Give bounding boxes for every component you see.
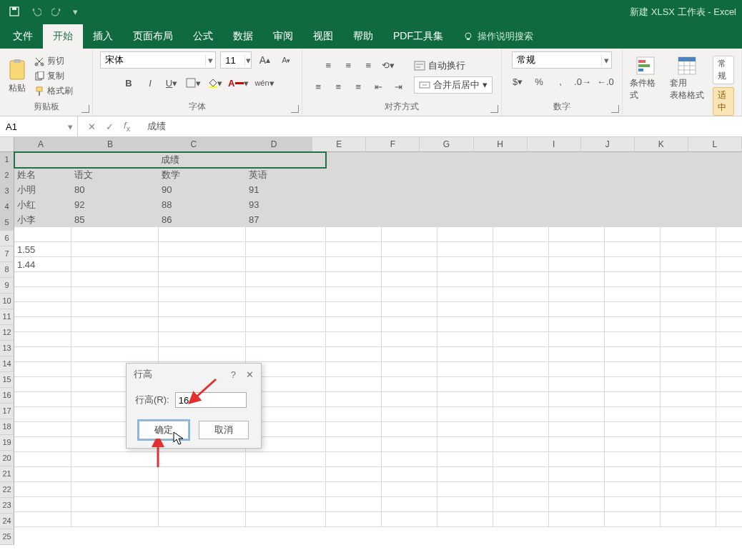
cell[interactable] — [549, 302, 605, 317]
cell[interactable] — [71, 257, 159, 272]
cell[interactable] — [661, 242, 716, 257]
cell[interactable] — [549, 512, 605, 527]
cell[interactable] — [493, 287, 549, 302]
row-header[interactable]: 3 — [0, 184, 14, 199]
cell[interactable] — [493, 167, 549, 182]
cell[interactable] — [246, 302, 326, 317]
cell[interactable] — [437, 452, 493, 467]
cell[interactable] — [661, 182, 716, 197]
cell[interactable] — [661, 482, 716, 497]
cell[interactable] — [326, 377, 382, 392]
cell[interactable] — [716, 257, 742, 272]
col-header-G[interactable]: G — [420, 137, 473, 152]
font-launcher[interactable] — [291, 105, 299, 113]
cell[interactable] — [549, 182, 605, 197]
cell[interactable] — [493, 482, 549, 497]
cell[interactable] — [382, 452, 437, 467]
clipboard-launcher[interactable] — [81, 105, 89, 113]
tell-me[interactable]: 操作说明搜索 — [453, 24, 543, 49]
cell[interactable] — [549, 212, 605, 227]
col-header-I[interactable]: I — [528, 137, 581, 152]
col-header-F[interactable]: F — [366, 137, 420, 152]
cell[interactable] — [437, 422, 493, 437]
cell[interactable]: 1.55 — [14, 242, 71, 257]
cell[interactable] — [437, 167, 493, 182]
cell[interactable] — [382, 272, 437, 287]
wrap-text-button[interactable]: 自动换行 — [414, 59, 493, 72]
font-color-button[interactable]: A▾ — [227, 74, 249, 91]
cell[interactable] — [382, 422, 437, 437]
indent-decrease-icon[interactable]: ⇤ — [370, 79, 387, 96]
close-icon[interactable]: ✕ — [246, 369, 254, 380]
cell[interactable] — [382, 317, 437, 332]
cell[interactable] — [326, 257, 382, 272]
cell[interactable] — [605, 197, 661, 212]
cell[interactable] — [246, 452, 326, 467]
cell[interactable] — [246, 512, 326, 527]
cell[interactable] — [493, 347, 549, 362]
cell[interactable] — [716, 392, 742, 407]
cell[interactable] — [159, 242, 246, 257]
row-header[interactable]: 2 — [0, 168, 14, 184]
chevron-down-icon[interactable]: ▾ — [244, 55, 251, 66]
cell[interactable] — [326, 407, 382, 422]
col-header-K[interactable]: K — [635, 137, 688, 152]
cell[interactable] — [382, 482, 437, 497]
cell[interactable] — [382, 497, 437, 512]
row-header[interactable]: 23 — [0, 498, 14, 514]
redo-icon[interactable] — [51, 6, 63, 17]
cell[interactable] — [382, 242, 437, 257]
cell[interactable] — [382, 257, 437, 272]
row-header[interactable]: 19 — [0, 435, 14, 451]
row-header[interactable]: 14 — [0, 356, 14, 372]
cell[interactable] — [14, 302, 71, 317]
cell[interactable] — [661, 152, 716, 167]
fill-color-button[interactable]: ▾ — [206, 74, 223, 91]
cell[interactable] — [382, 347, 437, 362]
cell[interactable] — [159, 317, 246, 332]
cell[interactable] — [661, 512, 716, 527]
tab-view[interactable]: 视图 — [303, 24, 343, 49]
row-header[interactable]: 15 — [0, 372, 14, 388]
cell[interactable] — [437, 212, 493, 227]
cell[interactable] — [382, 377, 437, 392]
cell[interactable] — [382, 437, 437, 452]
row-header[interactable]: 13 — [0, 341, 14, 356]
cell[interactable] — [493, 197, 549, 212]
cell[interactable]: 80 — [71, 182, 159, 197]
border-button[interactable]: ▾ — [184, 74, 202, 91]
cell[interactable] — [549, 227, 605, 242]
cell[interactable] — [661, 422, 716, 437]
tab-insert[interactable]: 插入 — [83, 24, 123, 49]
cell[interactable] — [661, 407, 716, 422]
cell[interactable] — [246, 497, 326, 512]
cell[interactable] — [14, 362, 71, 377]
cell[interactable] — [493, 332, 549, 347]
cell[interactable] — [605, 212, 661, 227]
cell[interactable] — [605, 347, 661, 362]
fx-icon[interactable]: fx — [124, 120, 130, 133]
cell[interactable] — [71, 242, 159, 257]
cell[interactable] — [159, 302, 246, 317]
comma-icon[interactable]: , — [552, 73, 569, 90]
cell[interactable] — [246, 482, 326, 497]
cell[interactable] — [493, 272, 549, 287]
cell[interactable] — [326, 197, 382, 212]
cell[interactable] — [71, 482, 159, 497]
cell[interactable] — [605, 407, 661, 422]
cell[interactable] — [716, 362, 742, 377]
row-header[interactable]: 12 — [0, 325, 14, 341]
cell[interactable] — [14, 452, 71, 467]
row-header[interactable]: 25 — [0, 529, 14, 545]
cell[interactable] — [493, 422, 549, 437]
cell[interactable] — [437, 152, 493, 167]
cell[interactable] — [493, 302, 549, 317]
cell[interactable] — [716, 302, 742, 317]
cell[interactable] — [549, 242, 605, 257]
cell[interactable] — [605, 362, 661, 377]
cell[interactable] — [716, 272, 742, 287]
confirm-edit-icon[interactable]: ✓ — [106, 121, 114, 132]
cell[interactable] — [437, 197, 493, 212]
orientation-icon[interactable]: ⟲▾ — [380, 57, 397, 74]
cell[interactable] — [716, 182, 742, 197]
